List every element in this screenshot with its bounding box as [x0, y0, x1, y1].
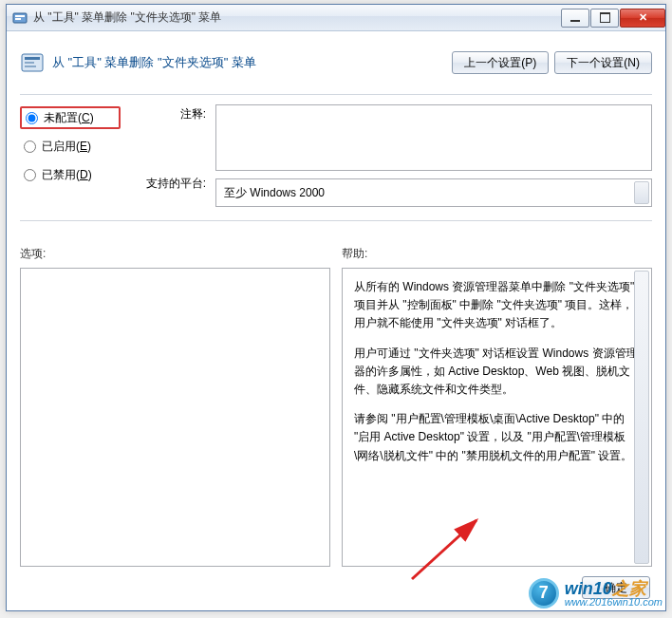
scrollbar[interactable]	[634, 271, 649, 564]
titlebar[interactable]: 从 "工具" 菜单删除 "文件夹选项" 菜单	[7, 5, 665, 31]
platform-box: 至少 Windows 2000	[215, 178, 652, 207]
dialog-footer: 确定	[20, 567, 652, 601]
platform-text: 至少 Windows 2000	[224, 186, 325, 199]
radio-enabled-input[interactable]	[24, 140, 36, 153]
config-row: 未配置(C) 已启用(E) 已禁用(D) 注释: 支持的平台: 至少 Wind	[20, 104, 652, 207]
next-setting-button[interactable]: 下一个设置(N)	[554, 51, 652, 74]
app-icon	[12, 10, 28, 26]
header-title: 从 "工具" 菜单删除 "文件夹选项" 菜单	[52, 54, 446, 71]
options-column: 选项:	[20, 246, 330, 567]
options-label: 选项:	[20, 246, 330, 262]
header-row: 从 "工具" 菜单删除 "文件夹选项" 菜单 上一个设置(P) 下一个设置(N)	[20, 41, 652, 84]
minimize-button[interactable]	[561, 9, 589, 28]
svg-rect-2	[15, 18, 21, 20]
help-paragraph: 用户可通过 "文件夹选项" 对话框设置 Windows 资源管理器的许多属性，如…	[354, 345, 640, 400]
radio-enabled[interactable]: 已启用(E)	[20, 135, 121, 158]
dialog-content: 从 "工具" 菜单删除 "文件夹选项" 菜单 上一个设置(P) 下一个设置(N)…	[7, 31, 665, 610]
svg-rect-4	[25, 57, 40, 60]
notes-label: 注释:	[180, 106, 206, 122]
radio-not-configured[interactable]: 未配置(C)	[20, 106, 121, 129]
help-column: 帮助: 从所有的 Windows 资源管理器菜单中删除 "文件夹选项" 项目并从…	[342, 246, 652, 567]
close-button[interactable]	[620, 9, 665, 28]
svg-rect-6	[25, 66, 36, 67]
radio-not-configured-input[interactable]	[26, 112, 38, 124]
radio-enabled-label: 已启用(E)	[42, 139, 91, 155]
lower-panels: 选项: 帮助: 从所有的 Windows 资源管理器菜单中删除 "文件夹选项" …	[20, 246, 652, 567]
platform-label: 支持的平台:	[146, 176, 206, 192]
radio-disabled-input[interactable]	[24, 169, 36, 181]
help-paragraph: 请参阅 "用户配置\管理模板\桌面\Active Desktop" 中的 "启用…	[354, 410, 640, 465]
policy-dialog: 从 "工具" 菜单删除 "文件夹选项" 菜单 从 "工具" 菜单删除 "文件夹选…	[6, 4, 666, 611]
notes-textarea[interactable]	[215, 104, 652, 171]
scrollbar[interactable]	[634, 181, 649, 204]
policy-icon	[20, 50, 45, 75]
radio-disabled[interactable]: 已禁用(D)	[20, 163, 121, 186]
maximize-button[interactable]	[590, 9, 619, 28]
right-fields: 至少 Windows 2000	[215, 104, 652, 207]
help-paragraph: 从所有的 Windows 资源管理器菜单中删除 "文件夹选项" 项目并从 "控制…	[354, 278, 640, 333]
separator	[20, 94, 652, 95]
help-label: 帮助:	[342, 246, 652, 262]
window-controls	[560, 9, 665, 28]
svg-rect-5	[25, 62, 34, 64]
svg-rect-1	[15, 15, 25, 17]
radio-not-configured-label: 未配置(C)	[44, 110, 94, 126]
radio-disabled-label: 已禁用(D)	[42, 167, 92, 183]
help-box[interactable]: 从所有的 Windows 资源管理器菜单中删除 "文件夹选项" 项目并从 "控制…	[342, 268, 652, 567]
ok-button[interactable]: 确定	[582, 576, 650, 599]
state-radio-group: 未配置(C) 已启用(E) 已禁用(D)	[20, 106, 121, 192]
titlebar-text: 从 "工具" 菜单删除 "文件夹选项" 菜单	[33, 9, 221, 26]
options-box[interactable]	[20, 268, 330, 567]
separator-2	[20, 220, 652, 221]
prev-setting-button[interactable]: 上一个设置(P)	[452, 51, 549, 74]
field-labels: 注释: 支持的平台:	[140, 104, 206, 192]
